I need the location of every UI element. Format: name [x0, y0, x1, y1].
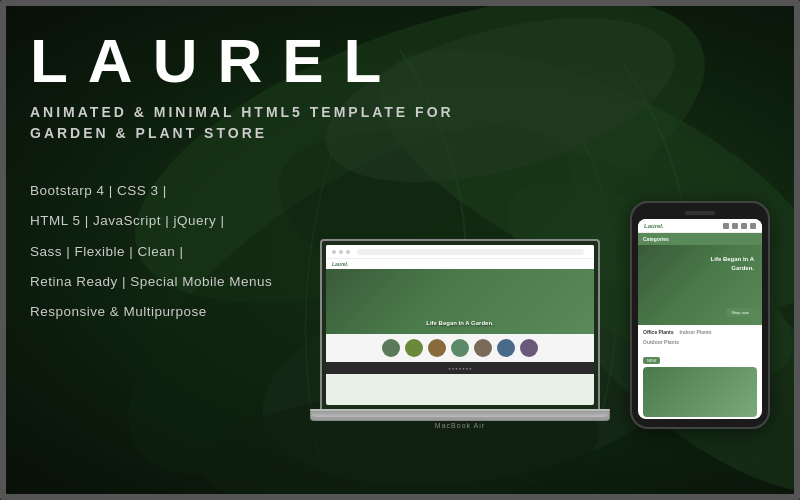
product-image [643, 367, 757, 417]
ls-circle-7 [520, 339, 538, 357]
ls-url-bar [357, 249, 584, 255]
phone-icon-3 [741, 223, 747, 229]
main-area: Bootstarp 4 | CSS 3 | HTML 5 | JavaScrip… [30, 169, 770, 480]
phone-header-icons [723, 223, 756, 229]
feature-item-4: Retina Ready | Special Mobile Menus [30, 270, 290, 294]
ls-circle-3 [428, 339, 446, 357]
feature-item-3: Sass | Flexible | Clean | [30, 240, 290, 264]
ls-dot-2 [339, 250, 343, 254]
feature-item-5: Responsive & Multipurpose [30, 300, 290, 324]
laptop-base [310, 409, 610, 421]
subtitle-line1: ANIMATED & MINIMAL HTML5 TEMPLATE FOR [30, 102, 770, 123]
phone-icon-1 [723, 223, 729, 229]
laptop-mockup: Laurel. Life Began In A Garden. [290, 239, 630, 429]
phone-logo: Laurel. [644, 223, 723, 229]
phone-hero: Life Began In A Garden. Shop now [638, 245, 762, 325]
laptop-hero: Life Began In A Garden. [326, 269, 594, 334]
phone-body: Laurel. Categories [630, 201, 770, 429]
laptop-footer: ● ● ● ● ● ● ● [326, 362, 594, 374]
laptop-screen-content: Laurel. Life Began In A Garden. [326, 245, 594, 405]
product-cat-2: Indoor Plants [680, 329, 712, 335]
phone-nav-text: Categories [643, 236, 669, 242]
phone-icon-4 [750, 223, 756, 229]
phone-nav-bar: Categories [638, 233, 762, 245]
feature-item-1: Bootstarp 4 | CSS 3 | [30, 179, 290, 203]
product-cat-1: Office Plants [643, 329, 674, 335]
laptop-logo: Laurel. [332, 261, 348, 267]
ls-dot-1 [332, 250, 336, 254]
ls-circle-5 [474, 339, 492, 357]
phone-mockup: Laurel. Categories [630, 201, 770, 429]
features-list: Bootstarp 4 | CSS 3 | HTML 5 | JavaScrip… [30, 169, 290, 324]
page-title: LAUREL [30, 30, 770, 92]
phone-shop-button[interactable]: Shop now [726, 308, 754, 317]
laptop-label: MacBook Air [290, 422, 630, 429]
laptop-screen: Laurel. Life Began In A Garden. [326, 245, 594, 405]
ls-dot-3 [346, 250, 350, 254]
laptop-footer-text: ● ● ● ● ● ● ● [448, 366, 472, 371]
new-badge: NEW [643, 357, 660, 364]
ls-circle-6 [497, 339, 515, 357]
phone-hero-text: Life Began In A Garden. [711, 255, 754, 273]
phone-hero-line1: Life Began In A [711, 256, 754, 262]
page-subtitle: ANIMATED & MINIMAL HTML5 TEMPLATE FOR GA… [30, 102, 770, 144]
laptop-nav: Laurel. [326, 259, 594, 269]
phone-screen: Laurel. Categories [638, 219, 762, 419]
phone-speaker [685, 211, 715, 215]
phone-icon-2 [732, 223, 738, 229]
ls-circle-1 [382, 339, 400, 357]
product-cat-3: Outdoor Plants [643, 339, 757, 348]
phone-notch [638, 211, 762, 215]
laptop-screen-wrapper: Laurel. Life Began In A Garden. [320, 239, 600, 409]
laptop-screen-header [326, 245, 594, 259]
ls-circle-4 [451, 339, 469, 357]
subtitle-line2: GARDEN & PLANT STORE [30, 123, 770, 144]
phone-hero-line2: Garden. [731, 265, 754, 271]
laptop-stand [311, 411, 609, 417]
feature-item-2: HTML 5 | JavaScript | jQuery | [30, 209, 290, 233]
ls-circle-2 [405, 339, 423, 357]
phone-screen-header: Laurel. [638, 219, 762, 233]
phone-products-header: Office Plants Indoor Plants [638, 325, 762, 339]
content-wrapper: LAUREL ANIMATED & MINIMAL HTML5 TEMPLATE… [0, 0, 800, 500]
devices-area: Laurel. Life Began In A Garden. [310, 169, 770, 429]
laptop-circles [326, 334, 594, 362]
laptop-hero-text: Life Began In A Garden. [426, 320, 494, 326]
